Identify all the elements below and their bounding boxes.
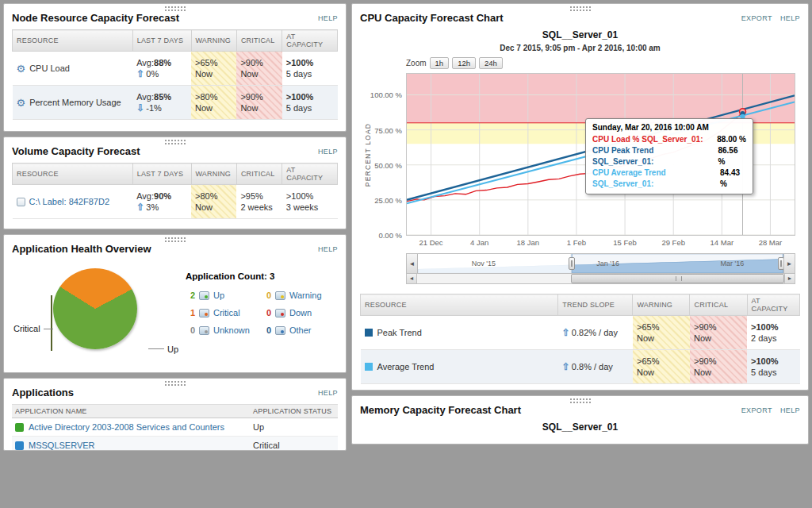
- solarwinds-flame-icon: [730, 391, 744, 391]
- export-link[interactable]: EXPORT: [741, 406, 772, 414]
- drag-handle-icon[interactable]: [570, 6, 591, 11]
- trend-name: Average Trend: [377, 362, 435, 371]
- x-axis-tick: 15 Feb: [613, 238, 637, 247]
- navigator-track[interactable]: Nov '15 Jan '16 Mar '16: [418, 254, 783, 273]
- help-link[interactable]: HELP: [780, 406, 800, 414]
- status-count: 0: [262, 308, 271, 318]
- table-row: Average Trend ⇧0.8% / day >65%Now >90%No…: [361, 350, 800, 384]
- left-column: Node Resource Capacity Forecast HELP RES…: [3, 3, 347, 451]
- help-link[interactable]: HELP: [780, 14, 800, 22]
- trend-value: -1%: [146, 103, 162, 113]
- navigator-label: Jan '16: [596, 260, 619, 267]
- status-link-down[interactable]: Down: [289, 308, 312, 318]
- pie-callout-line: [148, 348, 164, 349]
- critical-cell: >90%Now: [690, 316, 747, 350]
- status-link-unknown[interactable]: Unknown: [213, 325, 250, 335]
- scrollbar-right-arrow[interactable]: ►: [784, 274, 795, 283]
- at-capacity-cell: >100%5 days: [282, 86, 338, 120]
- volume-link[interactable]: C:\ Label: 842F87D2: [29, 197, 110, 206]
- trend-slope: 0.8% / day: [572, 362, 613, 371]
- active-directory-app-icon: [15, 423, 24, 432]
- status-count: 0: [262, 291, 271, 300]
- table-row: ⚙Percent Memory Usage Avg:85% ⇩-1% >80%N…: [13, 86, 338, 120]
- solarwinds-logo: solarwinds: [360, 384, 800, 391]
- panel-title: Memory Capacity Forecast Chart: [360, 404, 521, 416]
- panel-node-capacity-forecast: Node Resource Capacity Forecast HELP RES…: [3, 3, 347, 132]
- zoom-label: Zoom: [406, 59, 427, 67]
- trend-up-icon: ⇧: [136, 68, 144, 79]
- peak-trend-legend-icon: [365, 329, 373, 337]
- help-link[interactable]: HELP: [318, 389, 338, 397]
- y-axis-tick: 100.00 %: [370, 90, 402, 99]
- help-link[interactable]: HELP: [318, 148, 338, 156]
- navigator-left-arrow[interactable]: ◄: [407, 254, 418, 273]
- chart-navigator: ◄ Nov '15 Jan '16 Mar '16 ►: [406, 253, 795, 274]
- chart-date-range: Dec 7 2015, 9:05 pm - Apr 2 2016, 10:00 …: [360, 44, 800, 52]
- critical-cell: >95%2 weeks: [236, 185, 282, 219]
- zoom-12h-button[interactable]: 12h: [452, 57, 476, 69]
- status-link-other[interactable]: Other: [289, 325, 312, 335]
- at-capacity-cell: >100%5 days: [747, 350, 800, 384]
- cpu-plot[interactable]: Sunday, Mar 20, 2016 10:00 AM CPU Load %…: [406, 73, 795, 236]
- status-link-warning[interactable]: Warning: [289, 291, 322, 300]
- at-capacity-cell: >100%5 days: [282, 52, 338, 86]
- panel-title: Volume Capacity Forecast: [12, 145, 140, 157]
- trend-value: 0%: [146, 69, 159, 79]
- application-status: Critical: [250, 437, 338, 452]
- chart-title: SQL__Server_01: [360, 421, 800, 433]
- export-link[interactable]: EXPORT: [741, 14, 772, 22]
- status-link-critical[interactable]: Critical: [213, 308, 240, 318]
- help-link[interactable]: HELP: [318, 14, 338, 22]
- status-item-critical: 1 Critical: [186, 308, 262, 318]
- y-axis-tick: 25.00 %: [374, 196, 402, 205]
- scrollbar-thumb[interactable]: [571, 274, 784, 283]
- drag-handle-icon[interactable]: [165, 237, 186, 242]
- drag-handle-icon[interactable]: [165, 6, 186, 11]
- table-row: MSSQLSERVER Critical: [12, 437, 338, 452]
- volume-capacity-table: RESOURCE LAST 7 DAYS WARNING CRITICAL AT…: [12, 163, 338, 219]
- help-link[interactable]: HELP: [318, 245, 338, 253]
- panel-applications: Applications HELP APPLICATION NAME APPLI…: [3, 378, 347, 451]
- y-axis-title: PERCENT LOAD: [364, 122, 372, 186]
- column-header: APPLICATION STATUS: [250, 405, 338, 418]
- panel-volume-capacity-forecast: Volume Capacity Forecast HELP RESOURCE L…: [3, 137, 347, 229]
- zoom-24h-button[interactable]: 24h: [479, 57, 503, 69]
- other-status-icon: [275, 326, 285, 335]
- column-header: TREND SLOPE: [558, 294, 633, 316]
- application-link[interactable]: Active Directory 2003-2008 Services and …: [29, 422, 224, 432]
- column-header: LAST 7 DAYS: [132, 30, 191, 52]
- at-capacity-cell: >100%3 weeks: [282, 185, 338, 219]
- panel-title: Node Resource Capacity Forecast: [12, 12, 179, 24]
- navigator-right-arrow[interactable]: ►: [783, 254, 795, 273]
- application-link[interactable]: MSSQLSERVER: [29, 441, 95, 450]
- drag-handle-icon[interactable]: [165, 381, 186, 386]
- table-row: Peak Trend ⇧0.82% / day >65%Now >90%Now …: [361, 316, 800, 350]
- column-header: APPLICATION NAME: [12, 405, 250, 418]
- column-header: LAST 7 DAYS: [132, 164, 191, 185]
- status-item-down: 0 Down: [262, 308, 338, 318]
- zoom-1h-button[interactable]: 1h: [430, 57, 450, 69]
- navigator-handle-right[interactable]: [778, 257, 783, 270]
- trend-down-icon: ⇩: [136, 102, 144, 114]
- up-status-icon: [199, 291, 209, 300]
- warning-cell: >65%Now: [633, 316, 690, 350]
- critical-cell: >90%Now: [236, 86, 282, 120]
- scrollbar-track[interactable]: [417, 274, 784, 283]
- x-axis-tick: 14 Mar: [710, 238, 734, 247]
- at-capacity-cell: >100%2 days: [747, 316, 800, 350]
- navigator-handle-left[interactable]: [569, 257, 575, 270]
- avg-value: 85%: [154, 92, 171, 102]
- tooltip-series-value: 84.43 %: [720, 167, 746, 190]
- app-health-pie[interactable]: [53, 268, 137, 349]
- chart-title: SQL__Server_01: [360, 29, 800, 40]
- status-link-up[interactable]: Up: [213, 291, 224, 300]
- drag-handle-icon[interactable]: [165, 140, 186, 144]
- column-header: CRITICAL: [236, 30, 282, 52]
- drag-handle-icon[interactable]: [570, 398, 591, 403]
- scrollbar-left-arrow[interactable]: ◄: [407, 274, 417, 283]
- panel-title: CPU Capacity Forecast Chart: [360, 12, 504, 24]
- navigator-label: Nov '15: [472, 260, 496, 267]
- status-count: 2: [186, 291, 195, 300]
- tooltip-series-label: CPU Load % SQL_Server_01:: [592, 134, 703, 145]
- trend-value: 3%: [146, 202, 159, 212]
